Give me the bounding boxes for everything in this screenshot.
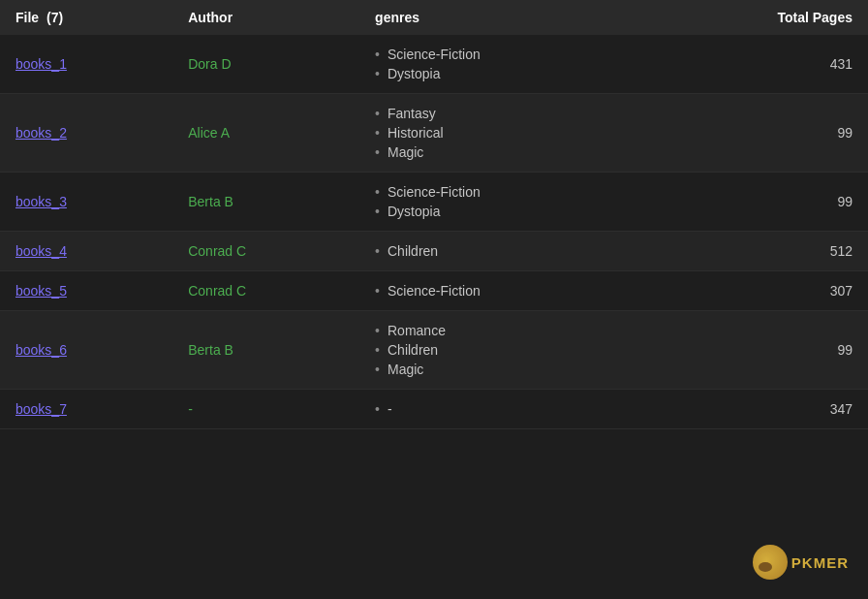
genre-item: Fantasy [375, 104, 630, 123]
file-cell: books_7 [0, 390, 172, 429]
file-link[interactable]: books_6 [16, 342, 67, 358]
author-name: Dora D [188, 56, 231, 72]
genres-list: Science-FictionDystopia [375, 45, 630, 83]
table-row: books_1Dora DScience-FictionDystopia431 [0, 35, 868, 94]
column-header-file: File (7) [0, 0, 172, 35]
genre-item: Dystopia [375, 202, 630, 221]
genres-list: RomanceChildrenMagic [375, 321, 630, 379]
genres-list: Science-FictionDystopia [375, 182, 630, 221]
genre-item: Magic [375, 142, 630, 162]
books-table: File (7) Author genres Total Pages books… [0, 0, 868, 429]
column-header-author: Author [172, 0, 359, 35]
table-row: books_2Alice AFantasyHistoricalMagic99 [0, 94, 868, 173]
genres-cell: Science-FictionDystopia [359, 173, 645, 232]
table-row: books_7--347 [0, 390, 868, 429]
total-pages-cell: 99 [645, 173, 868, 232]
author-cell: Conrad C [172, 232, 359, 271]
table-row: books_4Conrad CChildren512 [0, 232, 868, 271]
file-cell: books_4 [0, 232, 172, 271]
file-link[interactable]: books_1 [16, 56, 67, 72]
file-cell: books_5 [0, 271, 172, 311]
table-row: books_6Berta BRomanceChildrenMagic99 [0, 311, 868, 390]
genre-item: Science-Fiction [375, 182, 630, 202]
author-cell: Conrad C [172, 271, 359, 311]
genres-list: Science-Fiction [375, 281, 630, 300]
genres-cell: Science-Fiction [359, 271, 645, 311]
file-cell: books_2 [0, 94, 172, 173]
file-cell: books_6 [0, 311, 172, 390]
genre-item: - [375, 399, 630, 419]
genre-item: Historical [375, 123, 630, 142]
genre-item: Dystopia [375, 64, 630, 83]
genres-cell: RomanceChildrenMagic [359, 311, 645, 390]
author-cell: Berta B [172, 311, 359, 390]
file-cell: books_3 [0, 173, 172, 232]
total-pages-cell: 99 [645, 311, 868, 390]
author-cell: Berta B [172, 173, 359, 232]
file-cell: books_1 [0, 35, 172, 94]
watermark-logo [753, 545, 788, 580]
genre-item: Science-Fiction [375, 281, 630, 300]
genre-item: Children [375, 241, 630, 261]
total-pages-cell: 347 [645, 390, 868, 429]
author-cell: Alice A [172, 94, 359, 173]
author-name: Alice A [188, 125, 230, 141]
file-link[interactable]: books_4 [16, 243, 67, 259]
genres-list: - [375, 399, 630, 419]
genre-item: Science-Fiction [375, 45, 630, 64]
total-pages-cell: 512 [645, 232, 868, 271]
genres-cell: Science-FictionDystopia [359, 35, 645, 94]
genres-list: FantasyHistoricalMagic [375, 104, 630, 162]
genre-item: Children [375, 340, 630, 360]
author-name: - [188, 401, 193, 417]
author-cell: Dora D [172, 35, 359, 94]
author-name: Berta B [188, 194, 233, 209]
author-cell: - [172, 390, 359, 429]
table-header-row: File (7) Author genres Total Pages [0, 0, 868, 35]
author-name: Berta B [188, 342, 233, 358]
table-row: books_5Conrad CScience-Fiction307 [0, 271, 868, 311]
column-header-genres: genres [359, 0, 645, 35]
file-link[interactable]: books_3 [16, 194, 67, 209]
author-name: Conrad C [188, 243, 246, 259]
watermark-text: PKMER [791, 554, 849, 571]
total-pages-cell: 431 [645, 35, 868, 94]
author-name: Conrad C [188, 283, 246, 299]
column-header-total-pages: Total Pages [645, 0, 868, 35]
genres-cell: Children [359, 232, 645, 271]
genres-cell: - [359, 390, 645, 429]
genres-cell: FantasyHistoricalMagic [359, 94, 645, 173]
genre-item: Magic [375, 360, 630, 379]
watermark: PKMER [753, 545, 849, 580]
file-link[interactable]: books_7 [16, 401, 67, 417]
table-row: books_3Berta BScience-FictionDystopia99 [0, 173, 868, 232]
genre-item: Romance [375, 321, 630, 340]
file-link[interactable]: books_2 [16, 125, 67, 141]
file-link[interactable]: books_5 [16, 283, 67, 299]
total-pages-cell: 99 [645, 94, 868, 173]
genres-list: Children [375, 241, 630, 261]
total-pages-cell: 307 [645, 271, 868, 311]
